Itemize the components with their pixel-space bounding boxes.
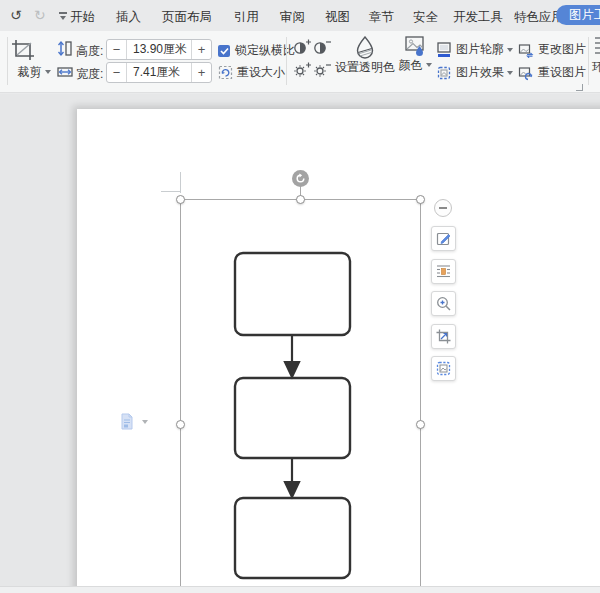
wrap-text-label: 环绕 — [592, 59, 600, 76]
increase-contrast-icon[interactable] — [293, 39, 311, 55]
reset-picture-icon — [518, 65, 534, 81]
view-original-size-button[interactable] — [431, 291, 456, 316]
tab-4[interactable]: 引用 — [234, 9, 259, 26]
width-increase-button[interactable]: + — [192, 63, 211, 82]
tab-6[interactable]: 视图 — [325, 9, 350, 26]
picture-outline-button[interactable]: 图片轮廓 — [436, 41, 513, 58]
reset-size-icon — [218, 65, 233, 80]
height-decrease-button[interactable]: − — [107, 40, 126, 59]
chevron-down-icon — [426, 63, 432, 67]
width-input[interactable]: 7.41厘米 — [126, 63, 192, 82]
chevron-down-icon — [507, 48, 513, 52]
flowchart-box-3 — [235, 498, 350, 578]
color-button[interactable]: 颜色 — [396, 35, 434, 74]
text-wrap-button[interactable] — [431, 259, 456, 284]
width-label: 宽度: — [76, 66, 103, 83]
color-label: 颜色 — [399, 58, 432, 72]
height-stepper: − 13.90厘米 + — [106, 39, 212, 60]
status-bar-edge — [0, 586, 600, 593]
margin-corner-mark — [161, 191, 180, 192]
reset-size-button[interactable]: 重设大小 — [218, 64, 285, 81]
rotation-handle[interactable] — [292, 170, 309, 187]
crop-icon — [436, 329, 451, 344]
picture-outline-label: 图片轮廓 — [456, 41, 504, 58]
tab-2[interactable]: 插入 — [116, 9, 141, 26]
page-settings-icon — [120, 413, 134, 430]
undo-icon[interactable]: ↺ — [10, 6, 22, 24]
crop-button[interactable]: 裁剪 — [10, 35, 58, 89]
ribbon-separator — [588, 37, 589, 85]
set-transparent-color-button[interactable]: 设置透明色 — [334, 35, 396, 76]
minus-icon — [439, 207, 447, 209]
change-picture-button[interactable]: 更改图片 — [518, 41, 586, 58]
wps-writer-window: { "window": { "tabs": ["开始", "插入", "页面布局… — [0, 0, 600, 593]
menu-tab-bar: ↺ ↻ 开始插入页面布局引用审阅视图章节安全开发工具特色应用 图片工具 — [0, 0, 600, 31]
picture-beautify-icon — [436, 361, 451, 376]
selected-flowchart-picture[interactable] — [225, 244, 360, 589]
margin-corner-mark — [180, 172, 181, 193]
flowchart-arrowhead-1 — [285, 362, 299, 377]
magnifier-plus-icon — [436, 296, 451, 311]
decrease-brightness-icon[interactable] — [313, 62, 331, 78]
width-decrease-button[interactable]: − — [107, 63, 126, 82]
crop-label: 裁剪 — [10, 64, 58, 81]
customize-toolbar-icon[interactable] — [58, 12, 68, 20]
page-settings-button[interactable] — [120, 413, 152, 433]
height-increase-button[interactable]: + — [192, 40, 211, 59]
tab-1[interactable]: 开始 — [70, 9, 95, 26]
picture-effects-button[interactable]: 图片效果 — [436, 64, 513, 81]
picture-color-icon — [404, 35, 426, 57]
ribbon-separator — [286, 37, 287, 85]
reset-picture-label: 重设图片 — [538, 64, 586, 81]
resize-handle-top-right[interactable] — [416, 195, 425, 204]
document-workspace — [0, 94, 600, 593]
flowchart-arrowhead-2 — [285, 482, 299, 497]
wrap-text-button[interactable]: 环绕 — [592, 35, 600, 76]
tab-3[interactable]: 页面布局 — [162, 9, 212, 26]
chevron-down-icon — [60, 16, 66, 20]
crop-picture-button[interactable] — [431, 324, 456, 349]
resize-handle-top-left[interactable] — [176, 195, 185, 204]
resize-handle-middle-right[interactable] — [416, 420, 425, 429]
height-icon — [57, 40, 72, 57]
increase-brightness-icon[interactable] — [293, 62, 311, 78]
picture-effects-icon — [436, 65, 452, 81]
ribbon-separator — [7, 37, 8, 85]
resize-handle-top-center[interactable] — [296, 195, 305, 204]
chevron-down-icon — [507, 71, 513, 75]
checkbox-checked-icon — [218, 45, 230, 57]
tab-7[interactable]: 章节 — [369, 9, 394, 26]
tab-picture-tools-active[interactable]: 图片工具 — [556, 5, 600, 25]
change-picture-label: 更改图片 — [538, 41, 586, 58]
float-toolbar-collapse-button[interactable] — [434, 199, 452, 217]
picture-tools-ribbon: 裁剪 高度: − 13.90厘米 + 宽度: − 7.41厘米 + 锁定纵横比 — [0, 31, 600, 93]
selection-border-left — [180, 199, 181, 593]
set-transparent-color-label: 设置透明色 — [335, 60, 395, 74]
crop-icon — [10, 38, 36, 62]
dialog-launcher-icon[interactable] — [576, 84, 583, 91]
picture-effects-label: 图片效果 — [456, 64, 504, 81]
reset-size-label: 重设大小 — [237, 64, 285, 81]
edit-picture-button[interactable] — [431, 226, 456, 251]
wrap-text-icon — [594, 35, 600, 55]
tab-8[interactable]: 安全 — [413, 9, 438, 26]
droplet-icon — [354, 35, 376, 59]
reset-picture-button[interactable]: 重设图片 — [518, 64, 586, 81]
resize-handle-middle-left[interactable] — [176, 420, 185, 429]
redo-icon[interactable]: ↻ — [34, 6, 46, 24]
flowchart-box-1 — [235, 253, 350, 335]
edit-picture-icon — [436, 231, 451, 246]
width-icon — [57, 64, 73, 78]
tab-9[interactable]: 开发工具 — [453, 9, 503, 26]
selection-border-right — [420, 199, 421, 593]
width-stepper: − 7.41厘米 + — [106, 62, 212, 83]
tab-5[interactable]: 审阅 — [280, 9, 305, 26]
customize-bar — [59, 12, 67, 14]
height-input[interactable]: 13.90厘米 — [126, 40, 192, 59]
picture-beautify-button[interactable] — [431, 356, 456, 381]
text-wrap-icon — [436, 264, 451, 279]
height-label: 高度: — [76, 43, 103, 60]
lock-aspect-ratio-checkbox[interactable]: 锁定纵横比 — [218, 42, 295, 59]
decrease-contrast-icon[interactable] — [313, 39, 331, 55]
chevron-down-icon — [45, 70, 51, 74]
